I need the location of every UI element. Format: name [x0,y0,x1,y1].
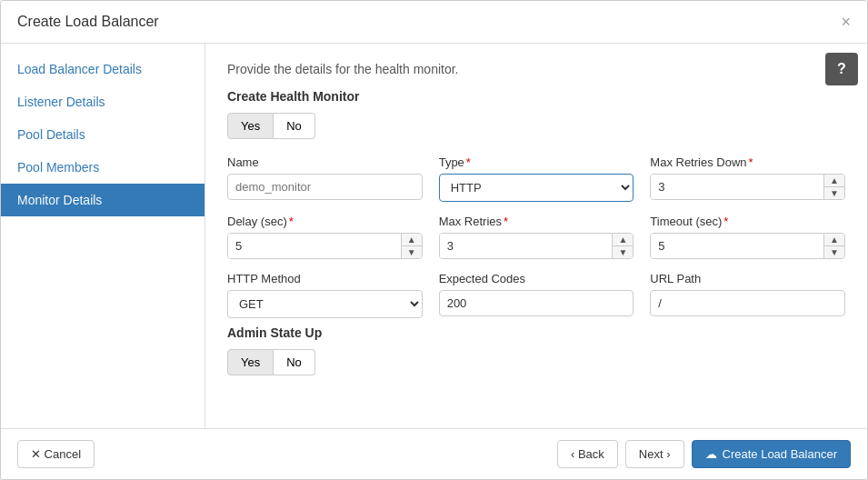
type-field-group: Type* HTTP HTTPS TCP PING TLS-HELLO UDP-… [439,155,634,202]
timeout-increment[interactable]: ▲ [824,234,844,246]
expected-codes-label: Expected Codes [439,272,634,285]
help-button[interactable]: ? [825,53,858,85]
http-method-field-group: HTTP Method GET POST PUT DELETE HEAD [227,272,423,318]
max-retries-down-field-group: Max Retries Down* ▲ ▼ [650,155,845,202]
footer-right: ‹ Back Next › ☁ Create Load Balancer [557,440,851,468]
modal-title: Create Load Balancer [17,14,159,30]
create-button-label: Create Load Balancer [723,447,837,461]
name-input[interactable] [227,174,423,200]
timeout-spinner: ▲ ▼ [650,233,845,259]
sidebar-item-listener-details[interactable]: Listener Details [1,85,205,118]
admin-state-toggle: Yes No [227,349,845,375]
max-retries-input[interactable] [440,234,613,258]
admin-state-label: Admin State Up [227,325,845,340]
sidebar-item-monitor-details[interactable]: Monitor Details [1,184,205,216]
sidebar-item-pool-members[interactable]: Pool Members [1,151,205,184]
modal-header: Create Load Balancer × [1,1,867,44]
name-field-group: Name [227,155,423,202]
expected-codes-field-group: Expected Codes [439,272,634,318]
max-retries-label: Max Retries* [439,215,634,228]
subtitle-text: Provide the details for the health monit… [227,62,845,76]
max-retries-decrement[interactable]: ▼ [613,246,633,258]
back-button[interactable]: ‹ Back [557,440,618,468]
sidebar-item-load-balancer-details[interactable]: Load Balancer Details [1,53,205,85]
cloud-upload-icon: ☁ [705,447,717,461]
footer-left: ✕ Cancel [17,440,95,468]
modal: Create Load Balancer × Load Balancer Det… [0,0,868,480]
url-path-input[interactable] [650,290,845,316]
create-health-monitor-toggle: Yes No [227,113,845,139]
delay-decrement[interactable]: ▼ [402,246,422,258]
timeout-input[interactable] [651,234,823,258]
expected-codes-input[interactable] [439,290,634,316]
admin-state-section: Admin State Up Yes No [227,325,845,375]
type-select[interactable]: HTTP HTTPS TCP PING TLS-HELLO UDP-CONNEC… [439,174,634,202]
content-area: ? Provide the details for the health mon… [205,44,867,428]
create-health-monitor-yes[interactable]: Yes [227,113,274,139]
max-retries-down-label: Max Retries Down* [650,155,845,169]
create-load-balancer-button[interactable]: ☁ Create Load Balancer [692,440,851,468]
max-retries-field-group: Max Retries* ▲ ▼ [439,215,634,259]
form-grid: Name Type* HTTP HTTPS TCP PING TLS-HELLO… [227,155,845,318]
sidebar-item-pool-details[interactable]: Pool Details [1,118,205,151]
modal-footer: ✕ Cancel ‹ Back Next › ☁ Create Load Bal… [1,428,867,479]
next-button[interactable]: Next › [625,440,684,468]
modal-body: Load Balancer Details Listener Details P… [1,44,867,428]
admin-state-no[interactable]: No [274,349,315,375]
create-health-monitor-label: Create Health Monitor [227,89,845,104]
max-retries-down-increment[interactable]: ▲ [824,175,844,187]
http-method-select[interactable]: GET POST PUT DELETE HEAD [227,290,423,318]
delay-field-group: Delay (sec)* ▲ ▼ [227,215,423,259]
timeout-field-group: Timeout (sec)* ▲ ▼ [650,215,845,259]
create-health-monitor-no[interactable]: No [274,113,315,139]
delay-input[interactable] [228,234,401,258]
sidebar: Load Balancer Details Listener Details P… [1,44,205,428]
timeout-decrement[interactable]: ▼ [824,246,844,258]
max-retries-down-spinner: ▲ ▼ [650,174,845,200]
max-retries-spinner: ▲ ▼ [439,233,634,259]
url-path-label: URL Path [650,272,845,285]
type-required-star: * [466,155,471,169]
url-path-field-group: URL Path [650,272,845,318]
type-label: Type* [439,155,634,169]
delay-spinner: ▲ ▼ [227,233,423,259]
close-button[interactable]: × [841,14,851,30]
http-method-label: HTTP Method [227,272,423,285]
name-label: Name [227,155,423,169]
cancel-button[interactable]: ✕ Cancel [17,440,95,468]
delay-increment[interactable]: ▲ [402,234,422,246]
max-retries-down-input[interactable] [651,175,823,199]
admin-state-yes[interactable]: Yes [227,349,274,375]
max-retries-increment[interactable]: ▲ [613,234,633,246]
timeout-label: Timeout (sec)* [650,215,845,228]
max-retries-down-decrement[interactable]: ▼ [824,187,844,199]
delay-label: Delay (sec)* [227,215,423,228]
